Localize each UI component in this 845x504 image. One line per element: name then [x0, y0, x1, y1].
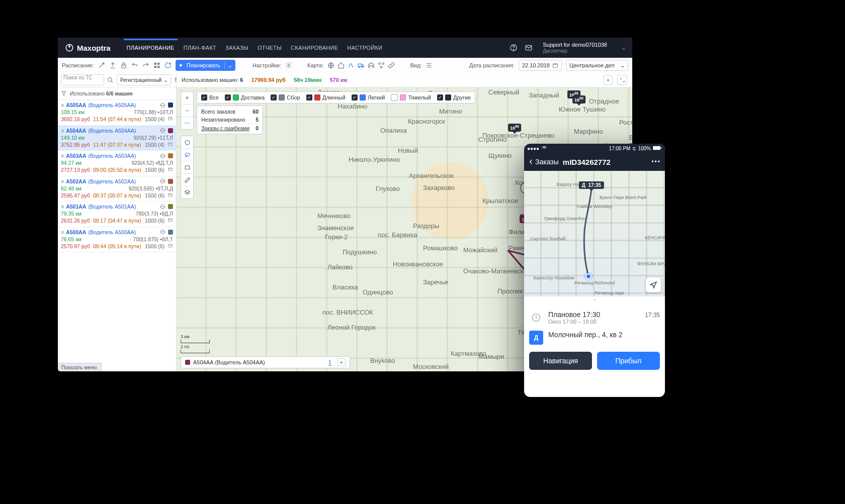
back-button[interactable]: Заказы [528, 158, 559, 166]
more-icon[interactable]: ⋯ [181, 117, 193, 129]
legend-delivery[interactable]: ✓Доставка [225, 94, 265, 101]
lasso-tool-icon[interactable] [181, 149, 193, 161]
plan-button[interactable]: Планировать ⌄ [176, 60, 235, 71]
globe-icon[interactable] [327, 62, 334, 69]
vehicle-search-input[interactable]: Поиск по ТС [61, 74, 104, 85]
help-icon[interactable] [510, 44, 518, 52]
legend-other[interactable]: ✓Другие [437, 94, 471, 101]
bars-icon: ≡ [61, 229, 64, 236]
selected-route-chip[interactable]: А504АА (Водитель А504АА) 1 + [181, 356, 350, 368]
rect-tool-icon[interactable] [181, 161, 193, 174]
nav-tab-4[interactable]: СКАНИРОВАНИЕ [291, 45, 338, 51]
phone-status-bar: ●●●● 17:00 PM ⚼ 100% [524, 144, 665, 153]
vehicle-row[interactable]: ≡ А501АА (Водитель А501АА) 79.35 км780(3… [58, 201, 176, 227]
redo-icon[interactable] [142, 62, 149, 69]
legend-heavy[interactable]: Тяжелый [391, 94, 431, 101]
map-city-label: Архангельское [409, 172, 454, 179]
box-icon [167, 116, 173, 123]
phone-map-label: КЕНСИНГТОН [645, 235, 665, 240]
map-city-label: Знаменское [317, 224, 354, 232]
address-row[interactable]: Д Молочный пер., 4, кв 2 [529, 328, 660, 348]
order-pin[interactable]: Д 17:35 [579, 181, 604, 189]
export-icon[interactable] [109, 62, 116, 69]
map-city-label: Подушкино [343, 248, 377, 256]
map-city-label: Покровское-Стрешнево [482, 132, 554, 139]
search-icon[interactable] [107, 77, 114, 83]
locate-button[interactable] [646, 277, 661, 292]
map-zoom-controls: + − ⋯ [181, 91, 194, 130]
order-stats-panel: Всего заказов60 Незапланировано5 Заказы … [197, 106, 263, 134]
link-icon[interactable] [388, 62, 395, 69]
bars-icon: ≡ [61, 102, 64, 109]
grid-icon[interactable] [153, 62, 160, 69]
map-marker[interactable]: 1600 [508, 124, 521, 132]
arrived-button[interactable]: Прибыл [597, 352, 660, 370]
svg-rect-4 [122, 65, 126, 68]
add-chip-icon[interactable]: + [337, 358, 346, 366]
more-icon[interactable]: ••• [651, 158, 661, 165]
filter-row[interactable]: Использовано 6/6 машин [58, 87, 176, 100]
globe-icon [160, 204, 165, 210]
globe-icon [160, 153, 165, 159]
legend-long[interactable]: ✓Длинный [306, 94, 346, 101]
expand-icon[interactable] [617, 75, 627, 85]
dc-select[interactable]: Центральное деп⌄ [566, 60, 628, 71]
sort-select[interactable]: Регистрационный⌄ [117, 74, 171, 85]
undo-icon[interactable] [131, 62, 138, 69]
vehicle-row[interactable]: ≡ А502АА (Водитель А502АА) 62.48 км920(3… [58, 176, 176, 202]
legend-all[interactable]: ✓Все [201, 94, 219, 101]
phone-map-label: Гринфорд Greenford [544, 216, 587, 221]
map-city-label: Горки-2 [325, 233, 348, 241]
navigation-button[interactable]: Навигация [529, 352, 592, 370]
cluster-icon[interactable] [378, 62, 385, 69]
map-city-label: Мечниково [317, 212, 351, 220]
list-icon[interactable] [426, 62, 433, 69]
user-menu[interactable]: Support for demo0701038 Диспетчер [540, 42, 607, 53]
sheet-handle[interactable]: ⌃ [585, 299, 604, 306]
vehicle-row[interactable]: ≡ А500АА (Водитель А500АА) 76.65 км700(1… [58, 227, 176, 253]
lock-icon[interactable] [120, 62, 127, 69]
truck-icon[interactable] [358, 62, 365, 69]
nav-tab-3[interactable]: ОТЧЕТЫ [258, 45, 282, 51]
vehicle-row[interactable]: ≡ А505АА (Водитель А505АА) 108.15 км770(… [58, 100, 176, 126]
gear-icon[interactable] [285, 62, 292, 69]
time-row: Плановое 17:30 Окно 17:00 – 18:00 17:35 [529, 308, 660, 328]
chevron-down-icon[interactable]: ⌄ [614, 44, 626, 51]
mail-icon[interactable] [525, 44, 533, 52]
date-picker[interactable]: 22.10.2018 [519, 60, 562, 71]
nav-tab-5[interactable]: НАСТРОЙКИ [347, 45, 382, 51]
map-marker[interactable]: 1600 [572, 95, 585, 104]
route-icon[interactable] [348, 62, 355, 69]
vehicle-row[interactable]: ≡ А504АА (Водитель А504АА) 149.10 км920(… [58, 126, 176, 151]
show-menu-button[interactable]: Показать меню [58, 363, 102, 371]
chevron-down-icon[interactable]: ⌄ [224, 62, 235, 69]
svg-rect-17 [553, 64, 558, 68]
legend-pickup[interactable]: ✓Сбор [271, 94, 300, 101]
circle-tool-icon[interactable] [181, 136, 193, 149]
globe-icon [160, 178, 165, 184]
nav-tab-1[interactable]: ПЛАН-ФАКТ [184, 45, 216, 51]
svg-point-16 [381, 66, 383, 68]
add-icon[interactable]: + [603, 75, 613, 85]
zoom-out-button[interactable]: − [181, 105, 193, 117]
ruler-tool-icon[interactable] [181, 174, 193, 186]
svg-rect-24 [168, 168, 172, 171]
warehouse-icon[interactable] [368, 62, 375, 69]
nav-tab-0[interactable]: ПЛАНИРОВАНИЕ [127, 45, 175, 51]
home-icon[interactable] [337, 62, 345, 69]
map-city-label: Нахабино [337, 103, 367, 110]
map-city-label: Новоивановское [393, 260, 443, 268]
phone-map[interactable]: Харроу HarrowУэмбли WembleyГринфорд Gree… [524, 171, 665, 296]
nav-tab-2[interactable]: ЗАКАЗЫ [225, 45, 248, 51]
zoom-in-button[interactable]: + [181, 92, 193, 105]
legend-light[interactable]: ✓Легкий [352, 94, 385, 101]
vehicle-row[interactable]: ≡ А503АА (Водитель А503АА) 94.27 км920(4… [58, 151, 176, 176]
layer-tool-icon[interactable] [181, 186, 193, 198]
svg-point-9 [288, 64, 290, 66]
signal-icon: ●●●● [527, 146, 539, 151]
reload-icon[interactable] [164, 62, 172, 69]
map-city-label: Московский [413, 363, 449, 370]
bars-icon: ≡ [61, 127, 64, 134]
unlock-icon[interactable] [98, 62, 105, 69]
schedule-label: Расписание: [62, 62, 94, 68]
